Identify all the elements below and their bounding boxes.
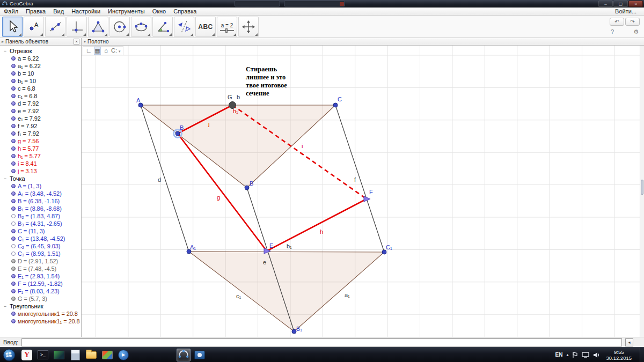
algebra-group-points[interactable]: −Точка (0, 175, 81, 182)
visibility-marble-icon[interactable] (11, 274, 16, 278)
algebra-item[interactable]: a = 6.22 (0, 55, 81, 62)
taskbar-photo-gallery-icon[interactable] (100, 349, 114, 361)
visibility-marble-icon[interactable] (11, 154, 16, 158)
algebra-item[interactable]: f = 7.92 (0, 122, 81, 130)
visibility-marble-icon[interactable] (11, 161, 16, 166)
axes-toggle-icon[interactable]: ∟ (85, 47, 92, 54)
algebra-item[interactable]: D = (2.91, 1.52) (0, 257, 81, 265)
tool-dropdown-icon[interactable] (83, 33, 86, 36)
taskbar-geogebra-icon[interactable] (177, 349, 191, 361)
algebra-item[interactable]: e₁ = 7.92 (0, 115, 81, 122)
tool-dropdown-icon[interactable] (191, 33, 193, 36)
show-desktop-button[interactable] (640, 348, 644, 362)
algebra-item[interactable]: C₂ = (6.45, 9.03) (0, 242, 81, 250)
algebra-item[interactable]: многоугольник1 = 20.8 (0, 310, 81, 317)
algebra-item[interactable]: b = 10 (0, 70, 81, 77)
algebra-item[interactable]: C₃ = (8.93, 1.51) (0, 250, 81, 257)
visibility-marble-icon[interactable] (11, 101, 16, 106)
circle-tool[interactable] (109, 17, 130, 37)
clock[interactable]: 9:55 30.12.2015 (606, 349, 632, 361)
algebra-item[interactable]: c = 6.8 (0, 85, 81, 92)
menu-item-6[interactable]: Окно (149, 8, 170, 15)
point-C₁[interactable] (382, 250, 386, 254)
home-icon[interactable]: ⌂ (103, 47, 109, 54)
visibility-marble-icon[interactable] (11, 124, 16, 128)
algebra-item[interactable]: c₁ = 6.8 (0, 92, 81, 100)
visibility-marble-icon[interactable] (11, 86, 16, 91)
visibility-marble-icon[interactable] (11, 94, 16, 98)
algebra-item[interactable]: G = (5.7, 3) (0, 295, 81, 302)
visibility-marble-icon[interactable] (11, 259, 16, 263)
algebra-item[interactable]: d = 7.92 (0, 100, 81, 107)
visibility-marble-icon[interactable] (11, 131, 16, 136)
tray-expand-icon[interactable]: ▴ (566, 352, 568, 357)
reflect-tool[interactable] (174, 17, 194, 37)
visibility-marble-icon[interactable] (11, 184, 16, 188)
visibility-marble-icon[interactable] (11, 229, 16, 233)
visibility-marble-icon[interactable] (11, 64, 16, 68)
algebra-item[interactable]: B = (6.38, -1.16) (0, 197, 81, 205)
taskbar-yandex-browser-icon[interactable]: Y (20, 349, 34, 361)
help-button[interactable]: ? (611, 28, 614, 35)
algebra-group-segments[interactable]: −Отрезок (0, 47, 81, 55)
visibility-marble-icon[interactable] (11, 244, 16, 248)
grid-toggle-icon[interactable]: ▦ (94, 47, 101, 55)
move-tool[interactable] (2, 17, 23, 37)
background-window[interactable] (284, 1, 345, 6)
input-help-button[interactable]: ◄ (625, 338, 633, 346)
visibility-marble-icon[interactable] (11, 312, 16, 316)
visibility-marble-icon[interactable] (11, 206, 16, 211)
segment-h[interactable] (267, 199, 367, 251)
visibility-marble-icon[interactable] (11, 56, 16, 61)
start-button[interactable] (2, 348, 16, 361)
visibility-marble-icon[interactable] (11, 289, 16, 293)
algebra-item[interactable]: e = 7.92 (0, 107, 81, 115)
point-B[interactable] (245, 186, 249, 190)
algebra-item[interactable]: a₁ = 6.22 (0, 62, 81, 70)
visibility-marble-icon[interactable] (11, 214, 16, 218)
algebra-item[interactable]: j = 3.13 (0, 167, 81, 175)
canvas-scrollbar[interactable] (640, 46, 644, 337)
taskbar-console-window-icon[interactable]: >_ (36, 349, 50, 361)
visibility-marble-icon[interactable] (11, 169, 16, 173)
tool-dropdown-icon[interactable] (40, 33, 43, 36)
slider-tool[interactable]: a = 2 (217, 17, 237, 37)
algebra-item[interactable]: F₁ = (8.03, 4.23) (0, 287, 81, 295)
taskbar-file-manager-icon[interactable] (84, 349, 98, 361)
visibility-marble-icon[interactable] (11, 191, 16, 196)
redo-button[interactable]: ↷ (625, 18, 640, 26)
visibility-marble-icon[interactable] (11, 109, 16, 113)
algebra-item[interactable]: B₃ = (4.31, -2.65) (0, 220, 81, 227)
visibility-marble-icon[interactable] (11, 237, 16, 241)
point-capturing-dropdown[interactable]: C: ▾ (111, 47, 121, 55)
taskbar-media-player-icon[interactable]: ▶ (116, 349, 130, 361)
point-tool[interactable]: A (24, 17, 44, 37)
maximize-button[interactable]: ▢ (613, 1, 628, 7)
point-C[interactable] (333, 103, 338, 107)
algebra-item[interactable]: B₁ = (8.86, -8.68) (0, 205, 81, 212)
segment-f[interactable] (335, 105, 384, 252)
angle-tool[interactable] (152, 17, 173, 37)
tool-dropdown-icon[interactable] (19, 33, 21, 36)
collapse-icon[interactable]: − (3, 49, 8, 54)
algebra-group-triangles[interactable]: −Треугольник (0, 302, 81, 310)
menu-item-4[interactable]: Настройки (68, 8, 104, 15)
taskbar-remote-screen-icon[interactable] (52, 349, 66, 361)
visibility-marble-icon[interactable] (11, 297, 16, 301)
tool-dropdown-icon[interactable] (169, 33, 172, 36)
polygon-многоугольник1[interactable] (141, 105, 335, 188)
algebra-item[interactable]: g = 7.56 (0, 137, 81, 145)
settings-gear-icon[interactable]: ⚙ (633, 28, 639, 35)
menu-item-1[interactable]: Файл (0, 8, 22, 15)
algebra-item[interactable]: h = 5.77 (0, 145, 81, 152)
collapse-icon[interactable]: − (3, 304, 8, 309)
action-center-flag-icon[interactable] (572, 352, 578, 358)
algebra-item[interactable]: A = (1, 3) (0, 182, 81, 190)
algebra-item[interactable]: C = (11, 3) (0, 227, 81, 235)
tool-dropdown-icon[interactable] (212, 33, 215, 36)
algebra-item[interactable]: i = 8.41 (0, 160, 81, 167)
minimize-button[interactable]: – (598, 1, 613, 7)
taskbar-calculator-icon[interactable] (68, 349, 82, 361)
algebra-item[interactable]: F = (12.59, -1.82) (0, 280, 81, 287)
scrollbar-thumb[interactable] (641, 180, 643, 195)
